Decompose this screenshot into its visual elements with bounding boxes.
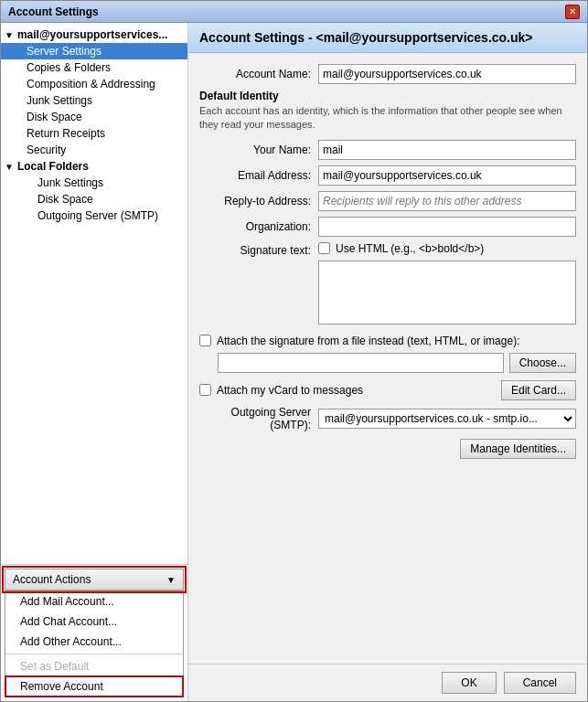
account-name-row: Account Name: [199, 64, 576, 84]
sidebar-item-disk-space[interactable]: Disk Space [1, 109, 187, 125]
use-html-label: Use HTML (e.g., <b>bold</b>) [336, 242, 484, 255]
outgoing-select[interactable]: mail@yoursupportservices.co.uk - smtp.io… [318, 409, 576, 429]
default-identity-section: Default Identity Each account has an ide… [199, 90, 576, 133]
attach-vcard-checkbox[interactable] [199, 384, 211, 396]
edit-card-button[interactable]: Edit Card... [501, 380, 576, 400]
sidebar-item-junk[interactable]: Junk Settings [1, 92, 187, 109]
local-folders-label: Local Folders [17, 160, 89, 173]
signature-textarea-container [199, 261, 576, 335]
attach-vcard-label: Attach my vCard to messages [217, 384, 496, 397]
email-label: Email Address: [199, 169, 318, 182]
account-root-label: mail@yoursupportservices... [17, 28, 167, 41]
default-identity-desc: Each account has an identity, which is t… [199, 104, 576, 133]
set-as-default-item: Set as Default [5, 656, 183, 676]
sidebar-item-server-settings[interactable]: Server Settings [1, 43, 187, 59]
your-name-input[interactable] [318, 140, 576, 160]
reply-to-input[interactable] [318, 191, 576, 211]
cancel-button[interactable]: Cancel [504, 672, 576, 694]
email-row: Email Address: [199, 165, 576, 186]
sidebar-account-root[interactable]: ▼ mail@yoursupportservices... [1, 27, 187, 43]
reply-to-row: Reply-to Address: [199, 191, 576, 211]
sidebar-tree: ▼ mail@yoursupportservices... Server Set… [1, 23, 187, 564]
remove-account-item[interactable]: Remove Account [5, 676, 183, 697]
account-actions-label: Account Actions [13, 573, 91, 586]
attach-sig-checkbox[interactable] [199, 335, 211, 346]
sidebar-item-composition[interactable]: Composition & Addressing [1, 76, 187, 92]
add-other-account-item[interactable]: Add Other Account... [5, 632, 183, 652]
title-bar: Account Settings ✕ [1, 1, 587, 23]
account-actions-button[interactable]: Account Actions ▼ [5, 569, 184, 590]
outgoing-row: Outgoing Server (SMTP): mail@yoursupport… [199, 406, 576, 431]
attach-sig-label: Attach the signature from a file instead… [217, 335, 519, 347]
add-mail-account-item[interactable]: Add Mail Account... [5, 591, 183, 612]
choose-button[interactable]: Choose... [509, 353, 576, 373]
sidebar-bottom: Account Actions ▼ Add Mail Account... Ad… [1, 564, 187, 701]
sidebar-local-folders-root[interactable]: ▼ Local Folders [1, 158, 187, 175]
account-name-label: Account Name: [199, 68, 318, 80]
reply-to-label: Reply-to Address: [199, 195, 318, 207]
your-name-label: Your Name: [199, 144, 318, 156]
account-settings-window: Account Settings ✕ ▼ mail@yoursupportser… [0, 0, 588, 702]
use-html-checkbox[interactable] [318, 242, 330, 254]
account-name-input[interactable] [318, 64, 576, 84]
close-button[interactable]: ✕ [565, 5, 580, 19]
ok-button[interactable]: OK [442, 672, 496, 694]
main-panel: Account Settings - <mail@yoursupportserv… [188, 23, 587, 701]
signature-textarea[interactable] [318, 261, 576, 324]
panel-header: Account Settings - <mail@yoursupportserv… [188, 23, 587, 53]
account-actions-dropdown: Add Mail Account... Add Chat Account... … [5, 590, 184, 697]
attach-vcard-row: Attach my vCard to messages Edit Card... [199, 380, 576, 400]
attach-file-input[interactable] [218, 353, 504, 373]
add-chat-account-item[interactable]: Add Chat Account... [5, 612, 183, 632]
panel-footer: OK Cancel [188, 664, 587, 701]
content-area: ▼ mail@yoursupportservices... Server Set… [1, 23, 587, 701]
sidebar-item-local-disk[interactable]: Disk Space [1, 191, 187, 207]
org-row: Organization: [199, 217, 576, 237]
sidebar-item-copies-folders[interactable]: Copies & Folders [1, 59, 187, 76]
manage-identities-button[interactable]: Manage Identities... [460, 439, 576, 459]
your-name-row: Your Name: [199, 140, 576, 160]
sidebar-item-local-junk[interactable]: Junk Settings [1, 175, 187, 191]
attach-sig-row: Attach the signature from a file instead… [199, 335, 576, 347]
use-html-row: Use HTML (e.g., <b>bold</b>) [318, 242, 484, 255]
org-input[interactable] [318, 217, 576, 237]
sidebar-item-return-receipts[interactable]: Return Receipts [1, 125, 187, 142]
collapse-icon-2: ▼ [5, 162, 14, 172]
outgoing-select-container: mail@yoursupportservices.co.uk - smtp.io… [318, 409, 576, 429]
org-label: Organization: [199, 220, 318, 233]
manage-identities-row: Manage Identities... [199, 439, 576, 459]
default-identity-title: Default Identity [199, 90, 576, 102]
signature-label-row: Signature text: Use HTML (e.g., <b>bold<… [199, 242, 576, 259]
window-title: Account Settings [8, 5, 99, 18]
account-actions-arrow: ▼ [166, 575, 176, 585]
signature-label: Signature text: [199, 242, 318, 257]
sidebar-item-security[interactable]: Security [1, 142, 187, 158]
attach-file-row: Choose... [199, 353, 576, 373]
email-input[interactable] [318, 165, 576, 186]
sidebar-item-outgoing-smtp[interactable]: Outgoing Server (SMTP) [1, 207, 187, 224]
outgoing-label: Outgoing Server (SMTP): [199, 406, 318, 431]
dropdown-divider [5, 654, 183, 654]
panel-content: Account Name: Default Identity Each acco… [188, 53, 587, 664]
collapse-icon: ▼ [5, 30, 14, 40]
sidebar: ▼ mail@yoursupportservices... Server Set… [1, 23, 188, 701]
